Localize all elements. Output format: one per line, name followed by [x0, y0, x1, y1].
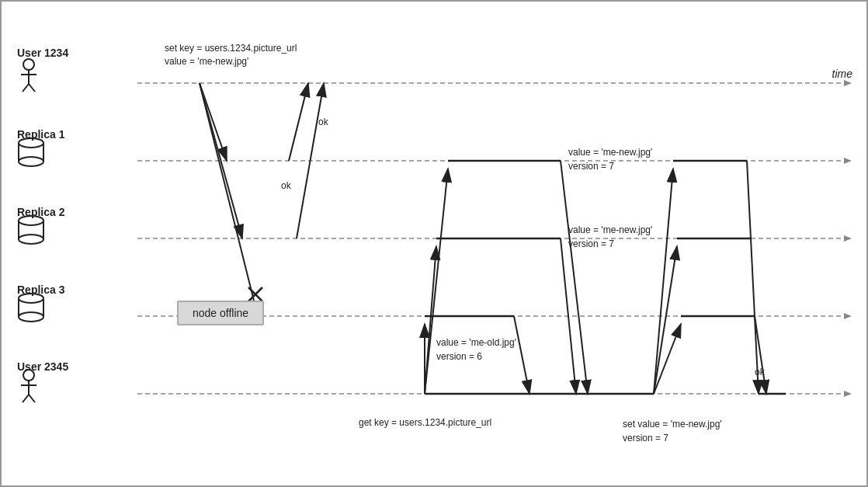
annotation-ok1: ok	[318, 117, 328, 127]
annotation-replica1-value: value = 'me-new.jpg' version = 7	[568, 145, 652, 173]
row-user2345	[17, 368, 40, 403]
person-icon-user2345	[17, 368, 40, 403]
annotation-get-key: get key = users.1234.picture_url	[359, 417, 491, 428]
svg-marker-11	[844, 391, 852, 397]
svg-point-46	[19, 157, 43, 166]
person-icon-user1234	[17, 57, 40, 92]
svg-line-30	[654, 246, 677, 394]
node-offline-box: node offline	[177, 301, 264, 325]
svg-marker-5	[844, 158, 852, 164]
svg-line-14	[200, 83, 258, 316]
annotation-ok2: ok	[281, 180, 291, 191]
annotation-ok3: ok	[755, 367, 765, 377]
svg-line-59	[29, 395, 35, 402]
diagram-svg	[2, 2, 866, 485]
svg-marker-7	[844, 235, 852, 242]
annotation-old-value: value = 'me-old.jpg' version = 6	[436, 336, 516, 364]
svg-line-31	[654, 324, 681, 394]
label-replica3: Replica 3	[17, 284, 64, 296]
label-user2345: User 2345	[17, 360, 68, 373]
row-user1234	[17, 57, 40, 92]
svg-line-29	[654, 169, 673, 394]
svg-line-58	[23, 395, 29, 402]
svg-point-54	[19, 312, 43, 322]
svg-line-42	[29, 84, 35, 92]
svg-point-38	[23, 59, 34, 70]
svg-point-50	[19, 235, 43, 244]
svg-line-41	[23, 84, 29, 92]
annotation-set-key: set key = users.1234.picture_url value =…	[165, 42, 297, 68]
time-label: time	[832, 68, 852, 80]
label-replica2: Replica 2	[17, 206, 64, 218]
label-replica1: Replica 1	[17, 128, 64, 141]
svg-marker-9	[844, 313, 852, 319]
svg-line-17	[289, 83, 308, 161]
label-user1234: User 1234	[17, 47, 68, 59]
diagram-container: User 1234 Replica 1 Replica 2 Replica 3	[0, 0, 868, 487]
svg-line-32	[747, 161, 759, 394]
svg-line-12	[200, 83, 227, 161]
svg-line-25	[514, 316, 529, 394]
annotation-set-value-bottom: set value = 'me-new.jpg' version = 7	[623, 417, 722, 445]
annotation-replica2-value: value = 'me-new.jpg' version = 7	[568, 223, 652, 251]
svg-marker-3	[844, 80, 852, 86]
